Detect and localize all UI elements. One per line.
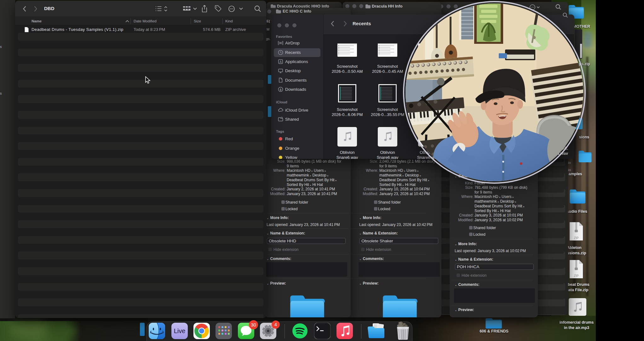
svg-text:ZIP: ZIP	[574, 236, 579, 240]
svg-text:A: A	[279, 60, 282, 64]
svg-text:ZIP: ZIP	[574, 274, 579, 278]
